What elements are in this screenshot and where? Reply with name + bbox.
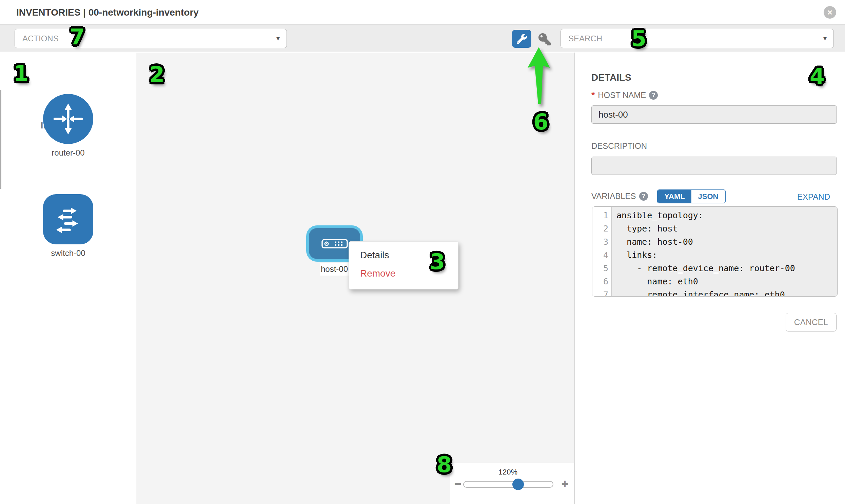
switch-shape	[43, 194, 93, 245]
help-icon[interactable]	[639, 192, 648, 201]
chevron-down-icon: ▾	[276, 29, 280, 48]
page-title: INVENTORIES | 00-networking-inventory	[16, 0, 199, 25]
line-number: 7	[592, 288, 611, 296]
zoom-slider-track[interactable]	[463, 481, 553, 488]
variables-label-row: VARIABLES	[592, 192, 648, 201]
inventory-sidebar: INVENTORY router-00	[0, 53, 136, 504]
credentials-button[interactable]	[537, 32, 552, 47]
annotation-number: 2	[149, 62, 165, 87]
host-name-label-row: * HOST NAME	[592, 90, 658, 100]
annotation-number: 3	[430, 249, 445, 274]
toolbar: ACTIONS ▾ SEARCH ▾	[0, 25, 845, 52]
annotation-number: 6	[533, 109, 549, 134]
annotation-number: 1	[14, 61, 29, 86]
palette-item-router[interactable]: router-00	[0, 94, 136, 158]
details-panel-title: DETAILS	[592, 72, 631, 83]
description-label: DESCRIPTION	[592, 141, 647, 151]
required-marker: *	[592, 90, 595, 100]
code-line: - remote_device_name: router-00	[616, 262, 837, 275]
search-dropdown[interactable]: SEARCH ▾	[561, 29, 834, 48]
tools-button[interactable]	[512, 30, 531, 48]
variables-code-editor[interactable]: 1 2 3 4 5 6 7 ansible_topology: type: ho…	[592, 206, 838, 296]
annotation-number: 8	[437, 452, 452, 477]
search-dropdown-label: SEARCH	[568, 34, 602, 43]
line-number: 1	[592, 209, 611, 222]
code-line: remote_interface_name: eth0	[616, 288, 837, 296]
yaml-toggle-button[interactable]: YAML	[658, 190, 691, 203]
annotation-number: 7	[70, 24, 85, 50]
details-panel: DETAILS * HOST NAME DESCRIPTION VARIABLE…	[575, 53, 845, 504]
palette-item-label: router-00	[0, 148, 136, 158]
zoom-widget: 120% − +	[450, 463, 575, 504]
palette-item-label: switch-00	[0, 249, 136, 258]
code-line: name: eth0	[616, 275, 837, 288]
inventory-topology-page: INVENTORIES | 00-networking-inventory AC…	[0, 0, 845, 504]
palette-item-switch[interactable]: switch-00	[0, 194, 136, 258]
host-name-label: HOST NAME	[598, 90, 646, 100]
switch-icon	[51, 202, 86, 237]
line-number: 2	[592, 222, 611, 235]
actions-dropdown[interactable]: ACTIONS ▾	[15, 29, 287, 48]
zoom-in-button[interactable]: +	[558, 476, 572, 491]
code-line: name: host-00	[616, 235, 837, 249]
actions-dropdown-label: ACTIONS	[22, 34, 59, 43]
host-node-label: host-00	[320, 263, 349, 275]
line-number: 4	[592, 249, 611, 262]
description-input[interactable]	[592, 157, 837, 175]
server-icon	[321, 239, 348, 249]
cancel-button[interactable]: CANCEL	[786, 313, 837, 331]
line-number: 6	[592, 275, 611, 288]
code-content[interactable]: ansible_topology: type: host name: host-…	[611, 207, 837, 296]
zoom-slider-handle[interactable]	[512, 479, 524, 490]
router-shape	[43, 94, 93, 144]
variables-label: VARIABLES	[592, 192, 636, 201]
header-bar: INVENTORIES | 00-networking-inventory	[0, 0, 845, 25]
zoom-level: 120%	[450, 468, 566, 476]
description-label-row: DESCRIPTION	[592, 141, 647, 151]
code-line: type: host	[616, 222, 837, 235]
close-button[interactable]	[824, 6, 836, 19]
code-line-numbers: 1 2 3 4 5 6 7	[592, 207, 611, 296]
topology-canvas[interactable]: host-00 Details Remove 120% − +	[136, 53, 575, 504]
variables-format-toggle: YAML JSON	[657, 190, 726, 203]
annotation-number: 5	[631, 26, 647, 51]
annotation-number: 4	[810, 64, 825, 89]
code-line: links:	[616, 249, 837, 262]
zoom-out-button[interactable]: −	[451, 476, 464, 491]
line-number: 5	[592, 262, 611, 275]
host-name-input[interactable]	[592, 105, 837, 124]
code-line: ansible_topology:	[616, 209, 837, 222]
key-icon	[539, 33, 551, 46]
router-icon	[51, 101, 86, 137]
json-toggle-button[interactable]: JSON	[691, 190, 725, 203]
wrench-icon	[517, 34, 527, 44]
expand-link[interactable]: EXPAND	[797, 192, 830, 202]
line-number: 3	[592, 235, 611, 249]
chevron-down-icon: ▾	[823, 29, 827, 48]
help-icon[interactable]	[649, 91, 658, 100]
